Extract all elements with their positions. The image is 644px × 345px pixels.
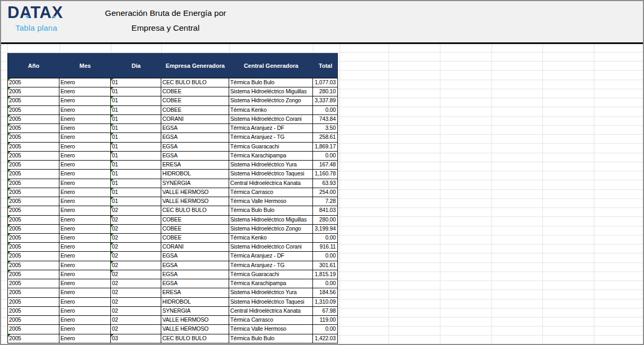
cell-ano[interactable]: 2005 [8, 124, 59, 133]
cell-central[interactable]: Sistema Hidroeléctrico Taquesi [229, 170, 313, 179]
cell-ano[interactable]: 2005 [8, 243, 59, 252]
cell-ano[interactable]: 2005 [8, 298, 59, 307]
cell-dia[interactable]: 02 [111, 270, 161, 279]
cell-total[interactable]: 0.00 [313, 106, 338, 115]
cell-total[interactable]: 1,160.78 [313, 170, 338, 179]
cell-empresa[interactable]: CEC BULO BULO [161, 78, 229, 87]
cell-mes[interactable]: Enero [59, 270, 111, 279]
cell-ano[interactable]: 2005 [8, 261, 59, 270]
cell-dia[interactable]: 02 [111, 216, 161, 225]
cell-empresa[interactable]: EGSA [161, 124, 229, 133]
cell-mes[interactable]: Enero [59, 325, 111, 334]
cell-central[interactable]: Sistema Hidroeléctrico Zongo [229, 225, 313, 234]
cell-ano[interactable]: 2005 [8, 152, 59, 161]
cell-total[interactable]: 841.03 [313, 206, 338, 215]
cell-central[interactable]: Térmica Bulo Bulo [229, 78, 313, 87]
cell-mes[interactable]: Enero [59, 334, 111, 343]
cell-dia[interactable]: 01 [111, 106, 161, 115]
cell-dia[interactable]: 02 [111, 252, 161, 261]
cell-central[interactable]: Sistema Hidroeléctrico Zongo [229, 96, 313, 105]
cell-dia[interactable]: 02 [111, 206, 161, 215]
cell-mes[interactable]: Enero [59, 216, 111, 225]
cell-dia[interactable]: 02 [111, 325, 161, 334]
cell-dia[interactable]: 01 [111, 87, 161, 96]
cell-empresa[interactable]: COBEE [161, 216, 229, 225]
cell-total[interactable]: 0.00 [313, 252, 338, 261]
cell-total[interactable]: 3,199.94 [313, 225, 338, 234]
cell-empresa[interactable]: COBEE [161, 96, 229, 105]
cell-total[interactable]: 1,422.03 [313, 334, 338, 343]
cell-ano[interactable]: 2005 [8, 96, 59, 105]
cell-total[interactable]: 258.61 [313, 133, 338, 142]
cell-mes[interactable]: Enero [59, 252, 111, 261]
cell-total[interactable]: 63.93 [313, 179, 338, 188]
cell-total[interactable]: 0.00 [313, 152, 338, 161]
cell-central[interactable]: Térmica Valle Hermoso [229, 197, 313, 206]
cell-ano[interactable]: 2005 [8, 316, 59, 325]
cell-total[interactable]: 1,077.03 [313, 78, 338, 87]
cell-ano[interactable]: 2005 [8, 279, 59, 288]
cell-ano[interactable]: 2005 [8, 197, 59, 206]
cell-ano[interactable]: 2005 [8, 179, 59, 188]
cell-mes[interactable]: Enero [59, 143, 111, 152]
cell-central[interactable]: Térmica Carrasco [229, 188, 313, 197]
cell-dia[interactable]: 02 [111, 279, 161, 288]
cell-central[interactable]: Térmica Kenko [229, 106, 313, 115]
cell-total[interactable]: 184.56 [313, 288, 338, 297]
cell-empresa[interactable]: ERESA [161, 288, 229, 297]
cell-ano[interactable]: 2005 [8, 234, 59, 243]
cell-mes[interactable]: Enero [59, 133, 111, 142]
cell-empresa[interactable]: EGSA [161, 152, 229, 161]
cell-dia[interactable]: 01 [111, 179, 161, 188]
cell-empresa[interactable]: EGSA [161, 252, 229, 261]
cell-mes[interactable]: Enero [59, 234, 111, 243]
cell-central[interactable]: Térmica Aranjuez - DF [229, 252, 313, 261]
cell-dia[interactable]: 02 [111, 234, 161, 243]
column-header-total[interactable]: Total [313, 53, 338, 78]
cell-empresa[interactable]: VALLE HERMOSO [161, 316, 229, 325]
cell-empresa[interactable]: COBEE [161, 225, 229, 234]
cell-total[interactable]: 119.00 [313, 316, 338, 325]
cell-dia[interactable]: 02 [111, 243, 161, 252]
cell-ano[interactable]: 2005 [8, 252, 59, 261]
cell-empresa[interactable]: COBEE [161, 87, 229, 96]
cell-empresa[interactable]: COBEE [161, 106, 229, 115]
cell-dia[interactable]: 01 [111, 197, 161, 206]
cell-empresa[interactable]: VALLE HERMOSO [161, 188, 229, 197]
cell-dia[interactable]: 01 [111, 133, 161, 142]
cell-central[interactable]: Sistema Hidroeléctrico Yura [229, 288, 313, 297]
cell-ano[interactable]: 2005 [8, 225, 59, 234]
cell-total[interactable]: 0.00 [313, 234, 338, 243]
cell-central[interactable]: Térmica Aranjuez - DF [229, 124, 313, 133]
cell-empresa[interactable]: EGSA [161, 133, 229, 142]
cell-central[interactable]: Sistema Hidroeléctrico Yura [229, 161, 313, 170]
cell-empresa[interactable]: ERESA [161, 161, 229, 170]
cell-total[interactable]: 0.00 [313, 279, 338, 288]
cell-mes[interactable]: Enero [59, 161, 111, 170]
cell-central[interactable]: Térmica Kenko [229, 234, 313, 243]
cell-mes[interactable]: Enero [59, 307, 111, 316]
cell-mes[interactable]: Enero [59, 225, 111, 234]
cell-dia[interactable]: 02 [111, 298, 161, 307]
cell-central[interactable]: Térmica Guaracachi [229, 143, 313, 152]
cell-empresa[interactable]: EGSA [161, 270, 229, 279]
cell-empresa[interactable]: CEC BULO BULO [161, 206, 229, 215]
cell-dia[interactable]: 01 [111, 143, 161, 152]
cell-total[interactable]: 916.11 [313, 243, 338, 252]
cell-mes[interactable]: Enero [59, 316, 111, 325]
cell-central[interactable]: Térmica Guaracachi [229, 270, 313, 279]
cell-mes[interactable]: Enero [59, 170, 111, 179]
cell-ano[interactable]: 2005 [8, 188, 59, 197]
cell-dia[interactable]: 02 [111, 288, 161, 297]
cell-dia[interactable]: 01 [111, 152, 161, 161]
cell-ano[interactable]: 2005 [8, 307, 59, 316]
cell-ano[interactable]: 2005 [8, 143, 59, 152]
cell-central[interactable]: Térmica Bulo Bulo [229, 334, 313, 343]
cell-empresa[interactable]: EGSA [161, 279, 229, 288]
column-header-dia[interactable]: Dia [111, 53, 161, 78]
cell-ano[interactable]: 2005 [8, 87, 59, 96]
cell-ano[interactable]: 2005 [8, 78, 59, 87]
cell-empresa[interactable]: CEC BULO BULO [161, 334, 229, 343]
cell-dia[interactable]: 01 [111, 115, 161, 124]
cell-empresa[interactable]: HIDROBOL [161, 298, 229, 307]
